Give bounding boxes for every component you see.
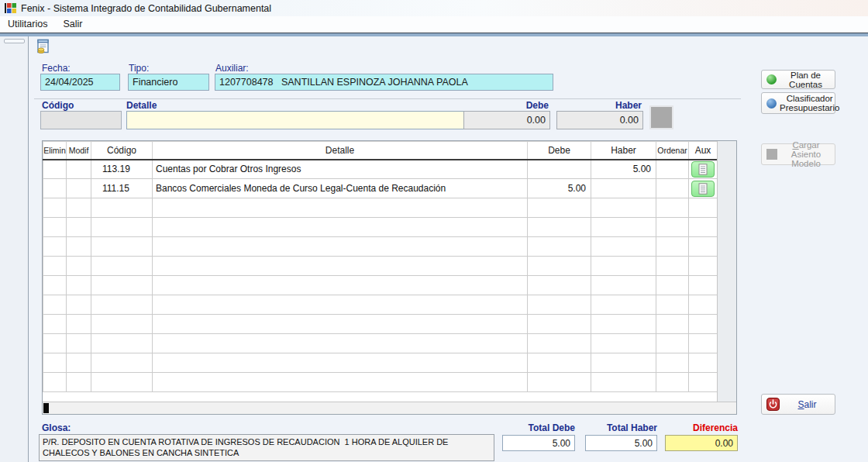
- grid-header-row: Elimin Modif Código Detalle Debe Haber O…: [43, 142, 718, 160]
- diferencia-field: 0.00: [665, 435, 738, 451]
- menu-item-utilitarios[interactable]: Utilitarios: [0, 16, 55, 33]
- haber-label: Haber: [556, 100, 642, 111]
- plan-de-cuentas-label: Plan de Cuentas: [780, 71, 835, 89]
- horizontal-scrollbar[interactable]: [43, 402, 736, 414]
- form-divider: [34, 98, 741, 99]
- fecha-input[interactable]: 24/04/2025: [40, 74, 120, 91]
- col-header-modif: Modif: [67, 142, 91, 160]
- cell-detalle: Cuentas por Cobrar Otros Ingresos: [153, 160, 528, 179]
- grid-empty-row: [43, 295, 718, 315]
- col-header-debe: Debe: [528, 142, 591, 160]
- codigo-input[interactable]: [40, 111, 122, 129]
- grid-empty-row: [43, 373, 718, 392]
- window-band: [0, 33, 868, 36]
- total-haber-field: 5.00: [585, 435, 657, 451]
- aux-document-button[interactable]: [691, 181, 715, 197]
- col-header-elimin: Elimin: [43, 142, 67, 160]
- left-collapsed-panel[interactable]: [0, 36, 29, 462]
- grid-empty-row: [43, 257, 718, 276]
- entries-table: Elimin Modif Código Detalle Debe Haber O…: [43, 141, 718, 392]
- cell-debe: [528, 160, 591, 179]
- grid-row[interactable]: 111.15 Bancos Comerciales Moneda de Curs…: [43, 179, 718, 198]
- vertical-scrollbar[interactable]: [717, 141, 736, 402]
- haber-input[interactable]: 0.00: [556, 111, 643, 129]
- title-bar: Fenix - Sistema Integrado de Contabilida…: [0, 0, 868, 16]
- diferencia-label: Diferencia: [665, 422, 738, 433]
- col-header-aux: Aux: [689, 142, 718, 160]
- grey-square-icon: [766, 149, 777, 160]
- cell-haber: 5.00: [591, 160, 656, 179]
- cargar-asiento-label: Cargar Asiento Modelo: [780, 140, 835, 168]
- entries-grid: Elimin Modif Código Detalle Debe Haber O…: [42, 140, 737, 415]
- col-header-detalle: Detalle: [153, 142, 528, 160]
- plan-de-cuentas-button[interactable]: Plan de Cuentas: [761, 70, 835, 89]
- debe-label: Debe: [463, 100, 549, 111]
- cargar-asiento-modelo-button[interactable]: Cargar Asiento Modelo: [761, 143, 835, 165]
- auxiliar-input[interactable]: 1207708478 SANTILLAN ESPINOZA JOHANNA PA…: [215, 74, 553, 91]
- glosa-label: Glosa:: [42, 422, 71, 433]
- window-title: Fenix - Sistema Integrado de Contabilida…: [21, 3, 271, 14]
- blank-square-button[interactable]: [649, 105, 673, 129]
- grid-empty-row: [43, 218, 718, 237]
- codigo-label: Código: [42, 100, 74, 111]
- blue-sphere-icon: [766, 98, 777, 109]
- aux-document-button[interactable]: [691, 161, 715, 178]
- detalle-input[interactable]: [126, 111, 465, 129]
- menu-bar: Utilitarios Salir: [0, 16, 868, 33]
- new-entry-document-icon[interactable]: [36, 39, 51, 54]
- glosa-textarea[interactable]: P/R. DEPOSITO EN CUENTA ROTATIVA DE INGR…: [39, 434, 494, 461]
- cell-haber: [591, 179, 656, 198]
- grid-empty-row: [43, 353, 718, 373]
- cell-codigo: 113.19: [91, 160, 153, 179]
- grid-empty-row: [43, 237, 718, 257]
- application-window: Fenix - Sistema Integrado de Contabilida…: [0, 0, 868, 462]
- app-icon: [5, 2, 17, 14]
- total-debe-label: Total Debe: [502, 422, 575, 433]
- menu-item-salir[interactable]: Salir: [55, 16, 90, 33]
- power-icon: [766, 398, 780, 411]
- auxiliar-label: Auxiliar:: [215, 63, 249, 74]
- salir-label: Salir: [783, 400, 835, 409]
- panel-grip[interactable]: [4, 39, 25, 43]
- grid-empty-row: [43, 315, 718, 334]
- detalle-label: Detalle: [126, 100, 157, 111]
- fecha-label: Fecha:: [42, 63, 71, 74]
- clasificador-label: Clasificador Presupuestario: [780, 94, 842, 112]
- cell-debe: 5.00: [528, 179, 591, 198]
- tipo-label: Tipo:: [129, 63, 149, 74]
- cell-codigo: 111.15: [91, 179, 153, 198]
- cell-detalle: Bancos Comerciales Moneda de Curso Legal…: [153, 179, 528, 198]
- col-header-haber: Haber: [591, 142, 656, 160]
- total-debe-field: 5.00: [502, 435, 575, 451]
- col-header-codigo: Código: [91, 142, 153, 160]
- clasificador-presupuestario-button[interactable]: Clasificador Presupuestario: [761, 92, 835, 114]
- salir-button[interactable]: Salir: [761, 394, 835, 415]
- grid-empty-row: [43, 198, 718, 218]
- green-sphere-icon: [766, 74, 777, 84]
- grid-row[interactable]: 113.19 Cuentas por Cobrar Otros Ingresos…: [43, 160, 718, 179]
- scrollbar-thumb[interactable]: [43, 403, 49, 413]
- grid-empty-row: [43, 334, 718, 353]
- col-header-ordenar: Ordenar: [656, 142, 689, 160]
- grid-empty-row: [43, 276, 718, 295]
- debe-input[interactable]: 0.00: [463, 111, 550, 129]
- total-haber-label: Total Haber: [585, 422, 657, 433]
- tipo-input[interactable]: Financiero: [128, 74, 209, 91]
